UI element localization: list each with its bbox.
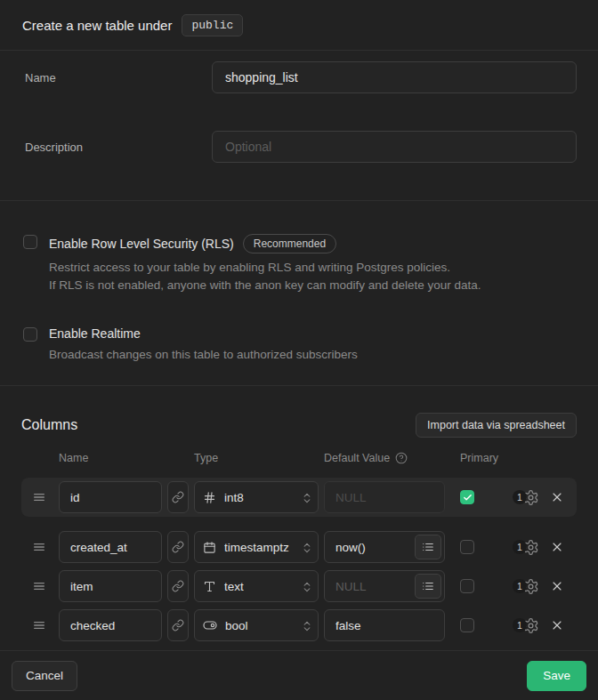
name-label: Name [21, 61, 212, 93]
chevrons-up-down-icon [301, 491, 313, 505]
dialog-header: Create a new table under public [0, 0, 598, 51]
settings-count-badge: 1 [513, 540, 527, 554]
column-settings-button[interactable]: 1 [513, 578, 539, 595]
description-label: Description [21, 131, 212, 163]
column-settings-button[interactable]: 1 [513, 539, 539, 556]
close-icon [550, 540, 564, 554]
column-name-input[interactable] [59, 481, 162, 513]
close-icon [550, 579, 564, 593]
remove-column-button[interactable] [550, 618, 564, 632]
column-settings-button[interactable]: 1 [513, 489, 539, 506]
column-settings-button[interactable]: 1 [513, 617, 539, 634]
check-icon [463, 493, 473, 503]
save-button[interactable]: Save [527, 661, 586, 691]
link-icon [172, 580, 184, 592]
dialog-title: Create a new table under [22, 18, 172, 33]
column-type-label: bool [225, 619, 248, 632]
drag-handle-icon[interactable] [32, 540, 46, 554]
default-value-input[interactable] [324, 609, 445, 641]
chevrons-up-down-icon [301, 580, 313, 594]
text-type-icon [203, 580, 216, 593]
column-type-select[interactable]: bool [194, 609, 319, 641]
column-type-select[interactable]: text [194, 570, 319, 602]
foreign-key-button[interactable] [167, 531, 189, 563]
cancel-button[interactable]: Cancel [12, 661, 77, 691]
realtime-toggle-row: Enable Realtime Broadcast changes on thi… [21, 326, 577, 364]
link-icon [172, 491, 184, 503]
import-spreadsheet-button[interactable]: Import data via spreadsheet [416, 413, 577, 438]
recommended-badge: Recommended [243, 234, 336, 253]
link-icon [172, 541, 184, 553]
rls-toggle-row: Enable Row Level Security (RLS) Recommen… [21, 234, 577, 294]
table-name-input[interactable] [212, 61, 577, 93]
columns-section: Columns Import data via spreadsheet Name… [0, 386, 598, 650]
columns-title: Columns [21, 417, 77, 433]
calendar-icon [203, 541, 216, 554]
help-icon[interactable] [395, 452, 408, 464]
close-icon [550, 618, 564, 632]
foreign-key-button[interactable] [167, 609, 189, 641]
column-row: int8 1 [21, 478, 577, 517]
default-value-input[interactable] [324, 481, 445, 513]
remove-column-button[interactable] [550, 490, 564, 504]
chevrons-up-down-icon [301, 541, 313, 555]
header-type: Type [194, 452, 218, 464]
column-type-label: int8 [224, 491, 244, 504]
drag-handle-icon[interactable] [32, 618, 46, 632]
primary-checkbox[interactable] [460, 540, 474, 554]
header-name: Name [59, 452, 88, 464]
column-rows: int8 1 [21, 478, 577, 641]
settings-count-badge: 1 [513, 618, 527, 632]
realtime-checkbox[interactable] [23, 327, 37, 342]
create-table-dialog: Create a new table under public Name Des… [0, 0, 598, 700]
table-info-section: Name Description [0, 51, 598, 201]
column-name-input[interactable] [59, 531, 162, 563]
options-section: Enable Row Level Security (RLS) Recommen… [0, 201, 598, 386]
list-icon [422, 580, 434, 592]
column-row: timestamptz 1 [21, 531, 577, 563]
rls-description-line2: If RLS is not enabled, anyone with the a… [49, 277, 481, 294]
primary-checkbox[interactable] [460, 618, 474, 632]
default-menu-button[interactable] [415, 535, 441, 559]
link-icon [172, 619, 184, 632]
column-row: bool 1 [21, 609, 577, 641]
rls-checkbox[interactable] [23, 235, 37, 249]
bool-toggle-icon [203, 618, 217, 632]
realtime-label: Enable Realtime [49, 326, 141, 341]
column-type-label: text [224, 580, 244, 593]
hash-icon [203, 491, 216, 504]
rls-label: Enable Row Level Security (RLS) [49, 237, 234, 251]
column-name-input[interactable] [59, 570, 162, 602]
foreign-key-button[interactable] [167, 481, 189, 513]
description-input[interactable] [212, 131, 577, 163]
list-icon [422, 541, 434, 553]
primary-checkbox[interactable] [460, 490, 474, 504]
settings-count-badge: 1 [513, 579, 527, 593]
columns-header-row: Name Type Default Value Primary [21, 452, 577, 466]
header-default-value: Default Value [324, 452, 390, 464]
column-type-select[interactable]: int8 [194, 481, 319, 513]
rls-description-line1: Restrict access to your table by enablin… [49, 259, 481, 277]
primary-checkbox[interactable] [460, 579, 474, 593]
drag-handle-icon[interactable] [32, 579, 46, 593]
header-primary: Primary [460, 452, 498, 464]
drag-handle-icon[interactable] [32, 490, 46, 504]
column-type-label: timestamptz [224, 541, 289, 554]
settings-count-badge: 1 [513, 490, 527, 504]
foreign-key-button[interactable] [167, 570, 189, 602]
chevrons-up-down-icon [301, 619, 313, 633]
schema-badge: public [182, 14, 243, 36]
dialog-footer: Cancel Save [0, 650, 598, 700]
column-name-input[interactable] [59, 609, 162, 641]
default-menu-button[interactable] [415, 574, 441, 599]
remove-column-button[interactable] [550, 540, 564, 554]
remove-column-button[interactable] [550, 579, 564, 593]
realtime-description: Broadcast changes on this table to autho… [49, 346, 358, 364]
close-icon [550, 490, 564, 504]
column-type-select[interactable]: timestamptz [194, 531, 319, 563]
column-row: text 1 [21, 570, 577, 602]
